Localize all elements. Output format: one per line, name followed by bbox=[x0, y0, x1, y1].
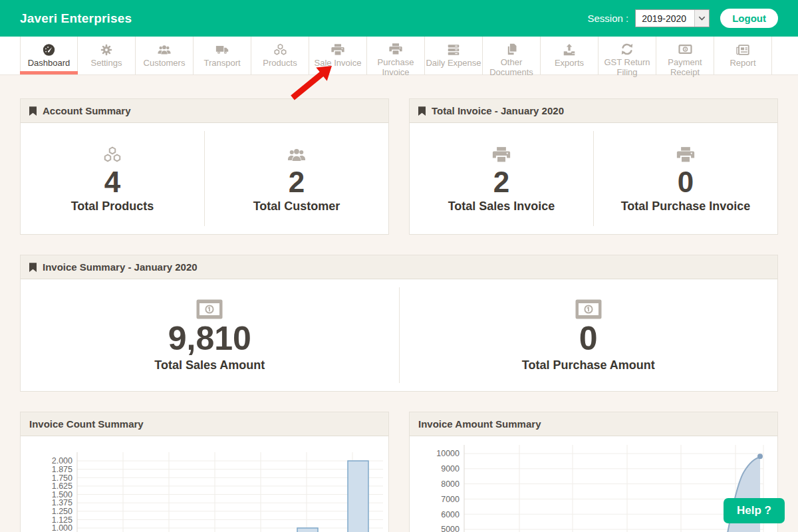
users-icon bbox=[156, 42, 172, 57]
series-end-marker bbox=[757, 454, 763, 459]
stat-value: 4 bbox=[104, 167, 120, 198]
truck-icon bbox=[215, 42, 230, 57]
print-icon bbox=[331, 42, 345, 57]
invoice-count-summary-card: Invoice Count Summary 2.0001.8751.7501.6… bbox=[20, 412, 389, 532]
stat-value: 0 bbox=[678, 167, 694, 198]
card-title: Invoice Amount Summary bbox=[418, 418, 541, 430]
gear-icon bbox=[99, 42, 114, 57]
nav-tab-other-documents[interactable]: Other Documents bbox=[483, 37, 541, 74]
nav-tab-sale-invoice[interactable]: Sale Invoice bbox=[309, 37, 367, 74]
stat-value: 0 bbox=[579, 321, 598, 356]
nav-tab-daily-expense[interactable]: Daily Expense bbox=[425, 37, 483, 74]
stat-label: Total Products bbox=[71, 200, 154, 213]
stat-value: 9,810 bbox=[168, 321, 251, 356]
svg-text:10000: 10000 bbox=[436, 449, 460, 458]
dashboard-icon bbox=[41, 42, 57, 57]
copy-icon bbox=[505, 42, 519, 57]
nav-tab-label: Settings bbox=[78, 59, 135, 68]
money-note-icon bbox=[196, 298, 223, 319]
nav-tab-label: GST Return Filing bbox=[598, 58, 656, 77]
svg-text:5000: 5000 bbox=[441, 525, 460, 532]
session-label: Session : bbox=[587, 13, 628, 24]
stat-value: 2 bbox=[289, 167, 305, 198]
help-button[interactable]: Help ? bbox=[724, 498, 785, 523]
bookmark-icon bbox=[29, 106, 37, 116]
chart-gridlines bbox=[464, 445, 763, 532]
nav-tab-exports[interactable]: Exports bbox=[541, 37, 598, 74]
stat-total-customer: 2 Total Customer bbox=[205, 144, 388, 213]
nav-tab-customers[interactable]: Customers bbox=[136, 37, 194, 74]
stat-total-purchase-invoice: 0 Total Purchase Invoice bbox=[594, 144, 777, 213]
nav-tab-label: Report bbox=[714, 59, 771, 68]
chevron-down-icon bbox=[694, 10, 709, 27]
upload-icon bbox=[562, 42, 577, 57]
stat-label: Total Customer bbox=[253, 200, 340, 213]
chart-bars bbox=[297, 461, 368, 532]
invoice-count-chart: 2.0001.8751.7501.6251.5001.3751.2501.125… bbox=[21, 436, 388, 532]
nav-tab-transport[interactable]: Transport bbox=[194, 37, 251, 74]
nav-tab-label: Purchase Invoice bbox=[367, 58, 424, 77]
logout-button[interactable]: Logout bbox=[720, 9, 778, 28]
nav-tab-payment-receipt[interactable]: Payment Receipt bbox=[656, 37, 714, 74]
nav-tab-label: Products bbox=[251, 59, 309, 68]
cubes-icon bbox=[273, 42, 288, 57]
nav-tab-label: Transport bbox=[194, 59, 251, 68]
server-icon bbox=[446, 42, 461, 57]
session-select-value: 2019-2020 bbox=[636, 13, 694, 24]
nav-tab-products[interactable]: Products bbox=[251, 37, 309, 74]
invoice-amount-chart: 1000090008000700060005000 bbox=[410, 436, 777, 532]
stat-label: Total Sales Invoice bbox=[448, 200, 555, 213]
stat-label: Total Purchase Amount bbox=[522, 358, 655, 372]
card-title: Invoice Summary - January 2020 bbox=[43, 261, 198, 273]
print-icon bbox=[491, 144, 512, 165]
app-header: Javeri Enterprises Session : 2019-2020 L… bbox=[0, 0, 798, 37]
nav-tab-dashboard[interactable]: Dashboard bbox=[20, 37, 78, 74]
card-title: Total Invoice - January 2020 bbox=[432, 105, 564, 116]
card-title: Invoice Count Summary bbox=[29, 418, 144, 430]
chart-y-axis-ticks: 1000090008000700060005000 bbox=[436, 449, 460, 532]
nav-tab-label: Customers bbox=[136, 59, 193, 68]
bookmark-icon bbox=[29, 263, 37, 272]
bookmark-icon bbox=[418, 106, 426, 116]
nav-tab-gst-return-filing[interactable]: GST Return Filing bbox=[598, 37, 656, 74]
users-icon bbox=[285, 144, 308, 165]
svg-text:6000: 6000 bbox=[441, 510, 460, 519]
print-icon bbox=[388, 42, 403, 57]
nav-bar: Dashboard Settings Customers Transport P… bbox=[0, 37, 798, 75]
bar-chart-canvas: 2.0001.8751.7501.6251.5001.3751.2501.125… bbox=[21, 436, 388, 532]
invoice-amount-summary-card: Invoice Amount Summary 10000900080007000… bbox=[409, 412, 778, 532]
stat-label: Total Sales Amount bbox=[154, 358, 265, 372]
brand-title: Javeri Enterprises bbox=[20, 11, 132, 26]
nav-tab-label: Daily Expense bbox=[425, 59, 482, 68]
invoice-summary-card: Invoice Summary - January 2020 9,810 Tot… bbox=[20, 255, 778, 392]
money-bill-icon bbox=[678, 42, 693, 57]
cubes-icon bbox=[102, 144, 123, 165]
session-select[interactable]: 2019-2020 bbox=[635, 9, 710, 27]
nav-tab-settings[interactable]: Settings bbox=[78, 37, 136, 74]
svg-text:9000: 9000 bbox=[441, 464, 460, 473]
stat-total-sales-amount: 9,810 Total Sales Amount bbox=[21, 298, 399, 372]
nav-tab-label: Payment Receipt bbox=[656, 58, 714, 77]
stat-total-products: 4 Total Products bbox=[21, 144, 204, 213]
print-icon bbox=[675, 144, 696, 165]
nav-tab-label: Exports bbox=[541, 59, 598, 68]
chart-gridlines bbox=[77, 452, 383, 532]
card-title: Account Summary bbox=[43, 105, 131, 116]
sync-icon bbox=[620, 42, 634, 57]
nav-tab-purchase-invoice[interactable]: Purchase Invoice bbox=[367, 37, 425, 74]
stat-total-sales-invoice: 2 Total Sales Invoice bbox=[410, 144, 593, 213]
nav-tab-report[interactable]: Report bbox=[714, 37, 772, 74]
area-chart-canvas: 1000090008000700060005000 bbox=[410, 436, 777, 532]
money-note-icon bbox=[575, 298, 602, 319]
total-invoice-card: Total Invoice - January 2020 2 Total Sal… bbox=[409, 98, 778, 235]
nav-tab-label: Dashboard bbox=[21, 59, 77, 68]
account-summary-card: Account Summary 4 Total Products 2 Total bbox=[20, 98, 389, 235]
newspaper-icon bbox=[735, 42, 751, 57]
svg-text:8000: 8000 bbox=[441, 479, 460, 489]
svg-text:7000: 7000 bbox=[441, 495, 460, 504]
stat-value: 2 bbox=[493, 167, 509, 198]
nav-tab-label: Sale Invoice bbox=[309, 59, 366, 68]
stat-label: Total Purchase Invoice bbox=[621, 200, 751, 213]
chart-y-axis-ticks: 2.0001.8751.7501.6251.5001.3751.2501.125… bbox=[52, 456, 72, 532]
svg-text:1.000: 1.000 bbox=[52, 523, 72, 532]
